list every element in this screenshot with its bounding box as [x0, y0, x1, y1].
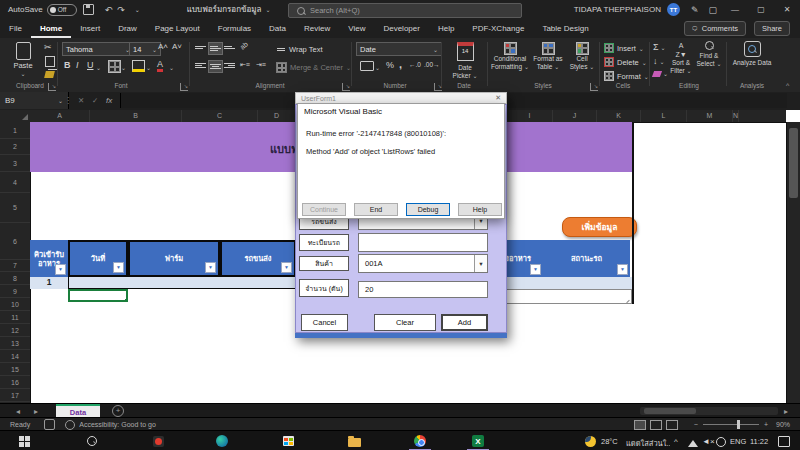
date-picker-button[interactable]: 14 Date Picker ⌄	[450, 42, 480, 80]
row-header[interactable]: 12	[0, 324, 30, 337]
sheet-scroll-left-icon[interactable]: ◂	[16, 407, 20, 416]
fill-button[interactable]: ↓⌄	[653, 56, 665, 66]
debug-button[interactable]: Debug	[406, 203, 450, 216]
font-name-select[interactable]: Tahoma⌄	[62, 42, 134, 56]
accounting-format-icon[interactable]	[360, 61, 374, 71]
comments-button[interactable]: 🗨 Comments	[684, 21, 746, 36]
increase-font-icon[interactable]: A˄	[158, 42, 168, 51]
filter-icon[interactable]: ▼	[113, 262, 124, 273]
vertical-scrollbar[interactable]	[786, 122, 800, 403]
row-header[interactable]: 16	[0, 376, 30, 389]
align-middle-icon[interactable]	[208, 42, 223, 55]
table-header-truck[interactable]: รถขนส่ง▼	[220, 240, 296, 277]
add-data-button[interactable]: เพิ่มข้อมูล	[562, 217, 637, 237]
add-button[interactable]: Add	[441, 314, 488, 331]
editing-mode-icon[interactable]: ✎	[691, 5, 699, 15]
underline-dropdown-icon[interactable]: ⌄	[96, 64, 101, 71]
column-header[interactable]: N	[733, 110, 739, 122]
borders-icon[interactable]	[108, 60, 121, 73]
row-header[interactable]: 5	[0, 193, 30, 223]
filter-icon[interactable]: ▼	[55, 264, 66, 275]
avatar[interactable]: TT	[667, 3, 680, 16]
row-header[interactable]: 11	[0, 311, 30, 324]
cancel-button[interactable]: Cancel	[301, 314, 348, 331]
horizontal-scrollbar[interactable]	[640, 407, 778, 415]
decrease-font-icon[interactable]: A˅	[172, 42, 182, 51]
queue-cell-value[interactable]: 1	[30, 277, 68, 287]
zoom-in-icon[interactable]: +	[764, 421, 768, 428]
font-dialog-launcher-icon[interactable]: ↘	[180, 83, 188, 91]
tab-scroll-right-icon[interactable]: ▸	[784, 407, 788, 416]
row-header[interactable]: 1	[0, 122, 30, 139]
paste-dropdown-icon[interactable]: ⌄	[6, 70, 40, 77]
cut-icon[interactable]: ✂	[44, 42, 52, 52]
align-left-icon[interactable]	[194, 60, 207, 71]
ribbon-tab[interactable]: Developer	[374, 19, 428, 38]
weather-icon[interactable]	[583, 434, 597, 448]
clock[interactable]: 11:22	[750, 437, 768, 446]
ribbon-tab[interactable]: Formulas	[209, 19, 260, 38]
name-box-splitter[interactable]: ⋮	[64, 96, 72, 105]
align-bottom-icon[interactable]	[223, 42, 236, 53]
alignment-dialog-launcher-icon[interactable]: ↘	[342, 83, 350, 91]
new-sheet-icon[interactable]: +	[112, 405, 124, 417]
delete-cells-button[interactable]: Delete⌄	[604, 57, 647, 67]
product-combo[interactable]: 001A ▼	[358, 254, 488, 273]
merge-center-button[interactable]: Merge & Center ⌄	[276, 62, 351, 73]
table-header-queue[interactable]: คิวเข้ารับอาหาร▼	[30, 240, 68, 277]
row-header[interactable]: 9	[0, 285, 30, 298]
chrome-icon[interactable]	[413, 434, 427, 448]
column-header[interactable]: M	[687, 110, 733, 122]
paste-button[interactable]: Paste ⌄	[6, 40, 40, 80]
tray-circle-icon[interactable]	[716, 437, 726, 447]
enter-entry-icon[interactable]: ✓	[92, 96, 98, 105]
ribbon-tab[interactable]: Help	[429, 19, 463, 38]
page-break-view-icon[interactable]	[666, 420, 678, 430]
page-layout-view-icon[interactable]	[650, 420, 662, 430]
row-header[interactable]: 14	[0, 350, 30, 363]
selected-cell[interactable]	[68, 289, 128, 302]
undo-icon[interactable]: ↶	[105, 5, 113, 15]
insert-cells-button[interactable]: Insert⌄	[604, 43, 644, 53]
fill-color-dropdown-icon[interactable]: ⌄	[146, 64, 151, 71]
start-button[interactable]	[17, 434, 31, 448]
name-box[interactable]: B9 ⌄	[0, 92, 69, 109]
save-icon[interactable]	[83, 4, 94, 15]
search-input[interactable]: Search (Alt+Q)	[288, 3, 522, 18]
format-cells-button[interactable]: Format⌄	[604, 71, 649, 81]
language-indicator[interactable]: ENG	[730, 437, 746, 446]
column-header[interactable]: L	[641, 110, 687, 122]
maximize-button[interactable]: ▢	[748, 0, 774, 19]
comma-style-icon[interactable]: ,	[399, 58, 402, 70]
analyze-data-button[interactable]: Analyze Data	[732, 41, 772, 67]
row-header[interactable]: 2	[0, 139, 30, 155]
vertical-scrollbar-thumb[interactable]	[789, 128, 798, 198]
redo-icon[interactable]: ↷	[117, 5, 125, 15]
column-header[interactable]: C	[182, 110, 258, 122]
ribbon-display-icon[interactable]: ▢	[708, 5, 717, 15]
show-hidden-icons[interactable]: ^	[674, 437, 678, 446]
fill-color-icon[interactable]	[132, 60, 145, 72]
row-header[interactable]: 4	[0, 172, 30, 193]
normal-view-icon[interactable]	[634, 420, 646, 430]
table-header-status[interactable]: สถานะรถ▼	[543, 240, 630, 277]
share-button[interactable]: Share	[754, 21, 790, 36]
sheet-tab-data[interactable]: Data	[56, 404, 100, 418]
userform-close-icon[interactable]: ✕	[495, 94, 501, 102]
increase-decimal-icon[interactable]: ←.0	[409, 61, 421, 68]
taskbar-app-red-icon[interactable]	[151, 434, 165, 448]
autosave-toggle[interactable]: Off	[47, 4, 77, 16]
decrease-decimal-icon[interactable]: .00→	[424, 61, 440, 68]
minimize-button[interactable]: —	[722, 0, 748, 19]
filter-icon[interactable]: ▼	[530, 264, 541, 275]
file-explorer-icon[interactable]	[347, 434, 361, 448]
row-header[interactable]: 7	[0, 260, 30, 272]
table-header-farm[interactable]: ฟาร์ม▼	[128, 240, 220, 277]
wrap-text-button[interactable]: Wrap Text	[276, 44, 323, 55]
insert-function-icon[interactable]: fx	[106, 96, 112, 105]
copy-icon[interactable]	[45, 56, 55, 67]
sort-filter-button[interactable]: AZ▼ Sort & Filter ⌄	[668, 41, 694, 75]
resize-handle-icon[interactable]	[626, 300, 630, 304]
font-color-dropdown-icon[interactable]: ⌄	[169, 64, 174, 71]
column-header[interactable]: A	[30, 110, 90, 122]
